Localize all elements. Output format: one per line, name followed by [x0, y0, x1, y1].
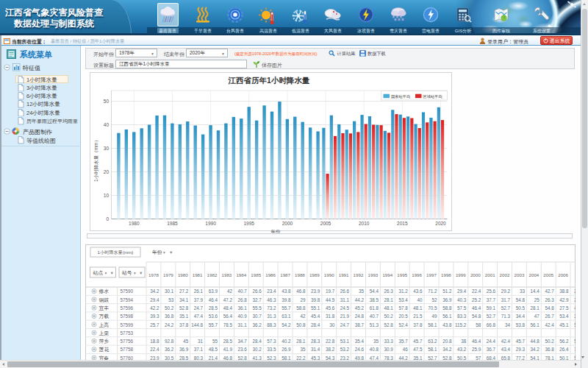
svg-text:36.2: 36.2	[252, 322, 262, 328]
svg-text:40.9: 40.9	[237, 314, 247, 319]
svg-text:2002: 2002	[499, 272, 509, 277]
svg-text:42.4: 42.4	[501, 339, 510, 344]
svg-text:55.1: 55.1	[311, 305, 320, 311]
svg-text:52.8: 52.8	[179, 305, 188, 311]
svg-text:26.8: 26.8	[237, 297, 247, 302]
svg-text:国家站平均: 国家站平均	[391, 94, 410, 99]
svg-text:73.4: 73.4	[574, 347, 576, 352]
svg-text:36.8: 36.8	[545, 347, 554, 352]
svg-text:56.4: 56.4	[223, 314, 232, 319]
svg-text:宜丰: 宜丰	[98, 305, 109, 311]
svg-text:50: 50	[103, 99, 109, 104]
svg-text:1986: 1986	[265, 272, 276, 277]
svg-text:26.1: 26.1	[193, 289, 203, 294]
svg-text:53: 53	[168, 297, 174, 302]
svg-text:1995: 1995	[243, 221, 254, 226]
svg-text:55: 55	[212, 339, 218, 344]
svg-text:54.8: 54.8	[515, 297, 525, 302]
svg-text:36.2: 36.2	[165, 347, 174, 352]
svg-text:57.8: 57.8	[398, 305, 408, 311]
svg-text:1992: 1992	[353, 272, 363, 277]
svg-text:53.4: 53.4	[559, 314, 569, 319]
svg-text:1978: 1978	[148, 272, 159, 277]
svg-text:56.2: 56.2	[559, 339, 569, 344]
svg-text:58: 58	[476, 322, 481, 328]
svg-text:45.7: 45.7	[413, 339, 423, 344]
svg-text:1小时降水量（mm）: 1小时降水量（mm）	[93, 138, 99, 182]
svg-text:2005: 2005	[543, 272, 553, 277]
svg-text:1980: 1980	[129, 221, 140, 226]
svg-text:36.9: 36.9	[442, 297, 452, 302]
svg-text:2003: 2003	[514, 272, 524, 277]
svg-text:31.8: 31.8	[325, 314, 334, 319]
svg-text:24.5: 24.5	[340, 305, 349, 311]
svg-text:24.6: 24.6	[354, 347, 364, 352]
svg-text:34.2: 34.2	[150, 289, 159, 294]
svg-text:45.4: 45.4	[311, 314, 320, 319]
svg-text:45.1: 45.1	[559, 322, 569, 328]
svg-text:26.3: 26.3	[545, 297, 554, 302]
svg-text:37.7: 37.7	[486, 297, 495, 302]
svg-text:37.8: 37.8	[413, 322, 423, 328]
svg-text:38.5: 38.5	[369, 297, 379, 302]
svg-text:39.8: 39.8	[282, 297, 291, 302]
svg-text:57758: 57758	[120, 347, 133, 352]
svg-text:1980: 1980	[177, 272, 187, 277]
svg-text:40: 40	[103, 122, 109, 127]
svg-text:2005: 2005	[320, 221, 331, 226]
svg-text:▼: ▼	[169, 250, 173, 255]
svg-text:53.1: 53.1	[340, 339, 349, 344]
svg-text:36.7: 36.7	[486, 347, 495, 352]
svg-text:1990: 1990	[205, 221, 216, 226]
svg-text:莲花: 莲花	[98, 347, 109, 353]
svg-text:53.4: 53.4	[398, 297, 408, 302]
svg-text:1996: 1996	[412, 272, 422, 277]
svg-text:50.8: 50.8	[296, 322, 306, 328]
svg-text:52: 52	[431, 297, 437, 302]
svg-text:57.5: 57.5	[457, 305, 467, 311]
svg-text:46.8: 46.8	[296, 289, 306, 294]
svg-text:38.2: 38.2	[325, 347, 334, 352]
svg-text:1979: 1979	[163, 272, 173, 277]
svg-text:28.4: 28.4	[252, 339, 262, 344]
svg-text:25.9: 25.9	[471, 347, 481, 352]
svg-text:20.5: 20.5	[398, 314, 408, 319]
svg-text:71.3: 71.3	[501, 314, 510, 319]
svg-text:江西省历年1小时降水量: 江西省历年1小时降水量	[227, 76, 309, 85]
svg-text:43.6: 43.6	[413, 289, 423, 294]
svg-text:2020: 2020	[435, 221, 446, 226]
svg-text:1997: 1997	[426, 272, 437, 277]
svg-text:47.4: 47.4	[193, 314, 203, 319]
svg-text:48.1: 48.1	[413, 305, 423, 311]
svg-text:28.3: 28.3	[311, 339, 320, 344]
svg-text:24.4: 24.4	[486, 339, 495, 344]
svg-text:36.1: 36.1	[237, 305, 247, 311]
svg-text:144.8: 144.8	[191, 322, 203, 328]
svg-text:29.1: 29.1	[574, 297, 576, 302]
svg-text:1988: 1988	[295, 272, 305, 277]
svg-text:31.4: 31.4	[311, 347, 320, 352]
svg-text:57756: 57756	[120, 339, 133, 344]
svg-text:24.7: 24.7	[340, 322, 349, 328]
svg-text:24.7: 24.7	[574, 289, 576, 294]
svg-text:52.7: 52.7	[486, 314, 495, 319]
svg-text:43.8: 43.8	[282, 289, 291, 294]
svg-text:1991: 1991	[338, 272, 348, 277]
svg-text:29: 29	[300, 297, 306, 302]
svg-text:34: 34	[504, 322, 510, 328]
svg-text:37.1: 37.1	[193, 347, 203, 352]
svg-text:57598: 57598	[120, 314, 133, 319]
svg-text:40.7: 40.7	[369, 314, 379, 319]
svg-text:1989: 1989	[309, 272, 319, 277]
svg-text:43.2: 43.2	[457, 347, 467, 352]
svg-text:26.6: 26.6	[252, 289, 262, 294]
svg-text:35: 35	[358, 289, 364, 294]
svg-text:上高: 上高	[98, 322, 109, 328]
svg-text:51.2: 51.2	[442, 289, 452, 294]
svg-text:43.8: 43.8	[442, 322, 452, 328]
svg-text:58.1: 58.1	[428, 322, 437, 328]
svg-text:铜鼓: 铜鼓	[98, 297, 109, 302]
svg-text:42.2: 42.2	[150, 305, 159, 311]
svg-text:24.8: 24.8	[354, 314, 364, 319]
svg-text:23.6: 23.6	[237, 347, 247, 352]
